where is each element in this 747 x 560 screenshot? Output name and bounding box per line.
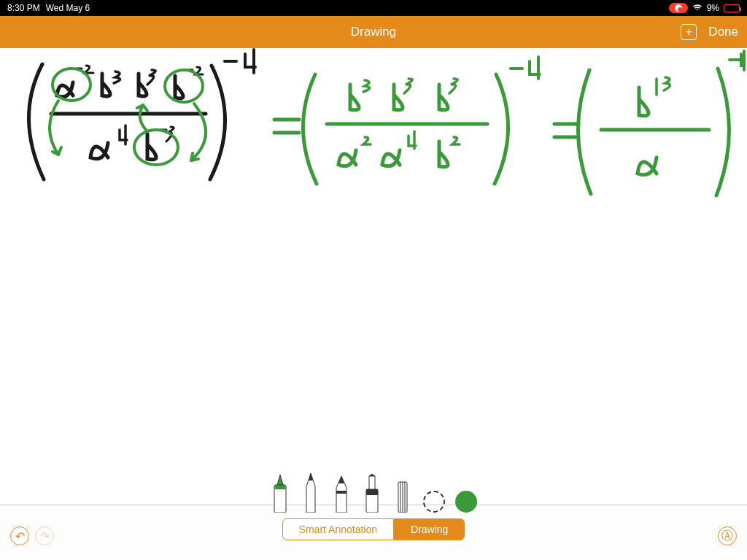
equals-2 [554, 124, 576, 137]
brush-tool[interactable] [362, 472, 382, 513]
svg-rect-8 [369, 476, 375, 489]
battery-percent: 9% [707, 3, 719, 13]
redo-button[interactable]: ↷ [35, 526, 54, 545]
mode-segmented-control: Smart Annotation Drawing [282, 518, 465, 540]
handwriting-step2 [303, 57, 540, 184]
svg-rect-4 [274, 485, 286, 489]
handwriting-content [0, 48, 747, 512]
status-right: 9% [669, 3, 740, 13]
record-icon [675, 4, 682, 12]
ios-status-bar: 8:30 PM Wed May 6 9% [0, 0, 747, 16]
crayon-tool[interactable] [331, 472, 352, 513]
eraser-tool[interactable] [392, 472, 413, 513]
battery-icon [724, 4, 740, 12]
done-button[interactable]: Done [708, 25, 738, 39]
lasso-tool[interactable] [423, 491, 445, 513]
screen-recording-pill[interactable] [669, 3, 688, 13]
add-button[interactable]: + [681, 24, 697, 40]
status-time: 8:30 PM [7, 3, 40, 13]
equals-1 [274, 120, 299, 133]
seg-drawing[interactable]: Drawing [394, 518, 465, 540]
nav-bar: Drawing + Done [0, 16, 747, 48]
nav-title: Drawing [351, 25, 396, 39]
svg-rect-5 [336, 491, 347, 494]
undo-button[interactable]: ↶ [10, 526, 29, 545]
seg-smart-annotation[interactable]: Smart Annotation [282, 518, 394, 540]
pencil-tool[interactable] [301, 472, 321, 513]
handwriting-step3 [578, 51, 744, 195]
drawing-canvas[interactable] [0, 48, 747, 512]
svg-rect-7 [366, 489, 378, 495]
color-picker[interactable] [455, 491, 477, 513]
pen-tool-tray [270, 483, 477, 513]
bottom-toolbar: Smart Annotation Drawing [0, 505, 747, 560]
status-left: 8:30 PM Wed May 6 [7, 3, 90, 13]
marker-tool[interactable] [270, 472, 290, 513]
wifi-icon [692, 4, 703, 12]
markup-button[interactable]: Ⓐ [718, 526, 737, 545]
status-date: Wed May 6 [46, 3, 90, 13]
